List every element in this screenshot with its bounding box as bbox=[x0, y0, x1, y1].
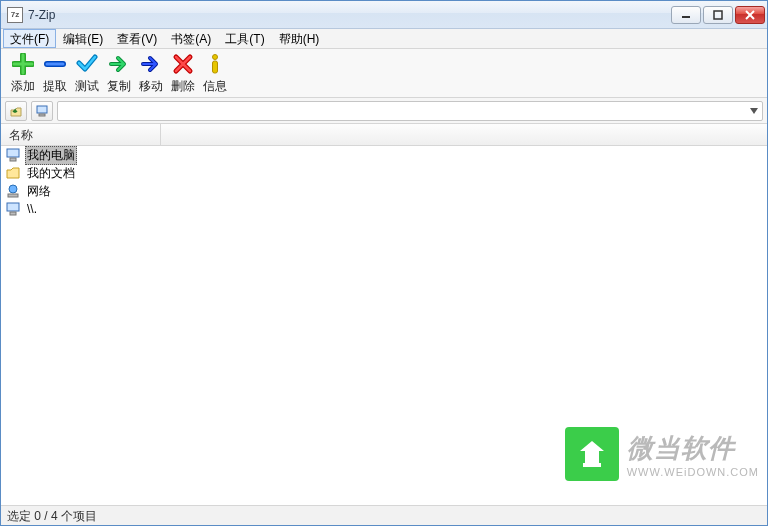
add-button[interactable]: 添加 bbox=[7, 52, 39, 95]
delete-button[interactable]: 删除 bbox=[167, 52, 199, 95]
svg-rect-9 bbox=[39, 114, 45, 116]
menu-bookmarks[interactable]: 书签(A) bbox=[164, 29, 218, 48]
statusbar: 选定 0 / 4 个项目 bbox=[1, 505, 767, 525]
column-header: 名称 bbox=[1, 124, 767, 146]
file-list[interactable]: 我的电脑 我的文档 网络 \\. 微当软件 WWW.WEiDOWN.COM bbox=[1, 146, 767, 505]
menubar: 文件(F) 编辑(E) 查看(V) 书签(A) 工具(T) 帮助(H) bbox=[1, 29, 767, 49]
svg-rect-11 bbox=[7, 149, 19, 157]
list-item[interactable]: \\. bbox=[1, 200, 767, 218]
move-button[interactable]: 移动 bbox=[135, 52, 167, 95]
svg-rect-15 bbox=[7, 203, 19, 211]
info-label: 信息 bbox=[203, 78, 227, 95]
watermark-url: WWW.WEiDOWN.COM bbox=[627, 466, 759, 478]
copy-arrow-icon bbox=[107, 52, 131, 76]
folder-icon bbox=[5, 165, 21, 181]
svg-rect-7 bbox=[213, 61, 218, 73]
computer-button[interactable] bbox=[31, 101, 53, 121]
svg-rect-8 bbox=[37, 106, 47, 113]
svg-rect-16 bbox=[10, 212, 16, 215]
network-icon bbox=[5, 183, 21, 199]
svg-rect-14 bbox=[8, 194, 18, 197]
menu-help[interactable]: 帮助(H) bbox=[272, 29, 327, 48]
list-item-label: 网络 bbox=[25, 183, 53, 200]
svg-point-13 bbox=[9, 185, 17, 193]
computer-icon bbox=[5, 147, 21, 163]
move-arrow-icon bbox=[139, 52, 163, 76]
delete-label: 删除 bbox=[171, 78, 195, 95]
window-controls bbox=[671, 6, 765, 24]
list-item-label: 我的电脑 bbox=[25, 146, 77, 165]
svg-rect-17 bbox=[583, 463, 601, 467]
status-text: 选定 0 / 4 个项目 bbox=[7, 509, 97, 523]
close-button[interactable] bbox=[735, 6, 765, 24]
minus-icon bbox=[43, 52, 67, 76]
menu-file[interactable]: 文件(F) bbox=[3, 29, 56, 48]
up-button[interactable] bbox=[5, 101, 27, 121]
test-label: 测试 bbox=[75, 78, 99, 95]
list-item-label: 我的文档 bbox=[25, 165, 77, 182]
up-folder-icon bbox=[9, 104, 23, 118]
menu-view[interactable]: 查看(V) bbox=[110, 29, 164, 48]
test-button[interactable]: 测试 bbox=[71, 52, 103, 95]
watermark-text: 微当软件 WWW.WEiDOWN.COM bbox=[627, 431, 759, 478]
copy-label: 复制 bbox=[107, 78, 131, 95]
extract-label: 提取 bbox=[43, 78, 67, 95]
titlebar[interactable]: 7z 7-Zip bbox=[1, 1, 767, 29]
computer-icon bbox=[35, 104, 49, 118]
maximize-button[interactable] bbox=[703, 6, 733, 24]
check-icon bbox=[75, 52, 99, 76]
menu-tools[interactable]: 工具(T) bbox=[218, 29, 271, 48]
chevron-down-icon bbox=[750, 107, 758, 115]
svg-rect-12 bbox=[10, 158, 16, 161]
window-title: 7-Zip bbox=[28, 8, 671, 22]
info-button[interactable]: 信息 bbox=[199, 52, 231, 95]
svg-point-6 bbox=[213, 54, 218, 59]
move-label: 移动 bbox=[139, 78, 163, 95]
add-label: 添加 bbox=[11, 78, 35, 95]
addressbar bbox=[1, 98, 767, 124]
column-name[interactable]: 名称 bbox=[1, 124, 161, 145]
info-icon bbox=[203, 52, 227, 76]
copy-button[interactable]: 复制 bbox=[103, 52, 135, 95]
address-combo[interactable] bbox=[57, 101, 763, 121]
watermark-logo-icon bbox=[565, 427, 619, 481]
plus-icon bbox=[11, 52, 35, 76]
watermark: 微当软件 WWW.WEiDOWN.COM bbox=[565, 427, 759, 481]
list-item[interactable]: 我的电脑 bbox=[1, 146, 767, 164]
extract-button[interactable]: 提取 bbox=[39, 52, 71, 95]
list-item[interactable]: 网络 bbox=[1, 182, 767, 200]
list-item-label: \\. bbox=[25, 202, 39, 216]
computer-icon bbox=[5, 201, 21, 217]
app-window: 7z 7-Zip 文件(F) 编辑(E) 查看(V) 书签(A) 工具(T) 帮… bbox=[0, 0, 768, 526]
toolbar: 添加 提取 测试 复制 移动 bbox=[1, 49, 767, 98]
svg-marker-10 bbox=[750, 108, 758, 114]
x-icon bbox=[171, 52, 195, 76]
app-icon: 7z bbox=[7, 7, 23, 23]
minimize-button[interactable] bbox=[671, 6, 701, 24]
svg-rect-1 bbox=[714, 11, 722, 19]
list-item[interactable]: 我的文档 bbox=[1, 164, 767, 182]
watermark-cn: 微当软件 bbox=[627, 431, 735, 466]
menu-edit[interactable]: 编辑(E) bbox=[56, 29, 110, 48]
